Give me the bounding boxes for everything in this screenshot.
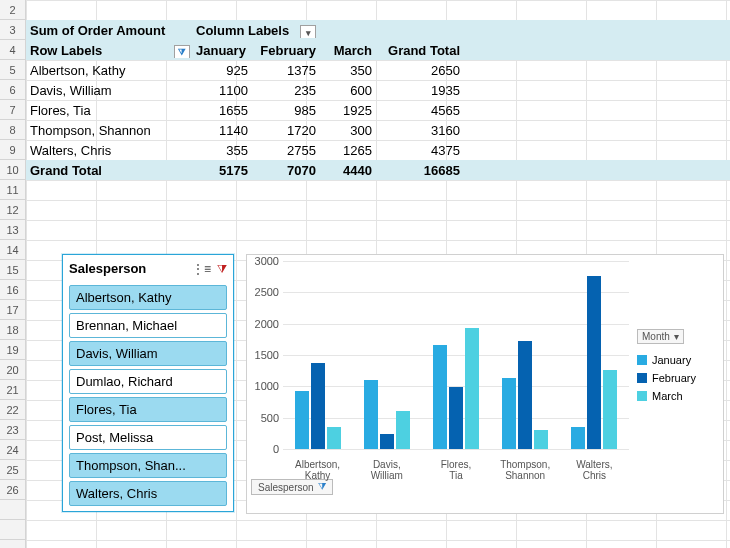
- bar[interactable]: [587, 276, 601, 449]
- slicer-item[interactable]: Walters, Chris: [69, 481, 227, 506]
- row-header[interactable]: 10: [0, 160, 26, 180]
- row-labels-text: Row Labels: [30, 43, 102, 58]
- cell-mar[interactable]: 350: [320, 63, 376, 78]
- row-header[interactable]: 24: [0, 440, 26, 460]
- legend-field-button-month[interactable]: Month ▾: [637, 329, 684, 344]
- cell-gt[interactable]: 3160: [376, 123, 464, 138]
- column-labels-text: Column Labels: [196, 23, 289, 38]
- row-header[interactable]: 8: [0, 120, 26, 140]
- row-header[interactable]: 3: [0, 20, 26, 40]
- cell-mar[interactable]: 1265: [320, 143, 376, 158]
- bar-group: [428, 328, 484, 449]
- row-header[interactable]: 7: [0, 100, 26, 120]
- cell-gt[interactable]: 1935: [376, 83, 464, 98]
- cell-mar[interactable]: 600: [320, 83, 376, 98]
- cell-gt[interactable]: 4375: [376, 143, 464, 158]
- funnel-icon: ⧩: [318, 481, 326, 493]
- row-header[interactable]: 9: [0, 140, 26, 160]
- row-header[interactable]: 16: [0, 280, 26, 300]
- cell-gt[interactable]: 4565: [376, 103, 464, 118]
- bar-group: [566, 276, 622, 449]
- row-header[interactable]: 12: [0, 200, 26, 220]
- row-header[interactable]: 2: [0, 0, 26, 20]
- col-header-march[interactable]: March: [320, 43, 376, 58]
- slicer-item[interactable]: Post, Melissa: [69, 425, 227, 450]
- bar[interactable]: [571, 427, 585, 449]
- col-header-grand-total[interactable]: Grand Total: [376, 43, 464, 58]
- bar[interactable]: [364, 380, 378, 449]
- row-header[interactable]: 5: [0, 60, 26, 80]
- row-labels-filter-icon[interactable]: ⧩: [174, 45, 190, 58]
- cell-jan[interactable]: 355: [192, 143, 252, 158]
- row-header[interactable]: 20: [0, 360, 26, 380]
- bar[interactable]: [380, 434, 394, 449]
- slicer-item[interactable]: Dumlao, Richard: [69, 369, 227, 394]
- slicer-salesperson[interactable]: Salesperson ⋮≡ ⧩ Albertson, KathyBrennan…: [62, 254, 234, 512]
- col-header-january[interactable]: January: [192, 43, 252, 58]
- bar[interactable]: [396, 411, 410, 449]
- col-header-february[interactable]: February: [252, 43, 320, 58]
- y-tick-label: 2000: [249, 318, 279, 330]
- row-header[interactable]: 13: [0, 220, 26, 240]
- row-header[interactable]: 19: [0, 340, 26, 360]
- grand-total-label: Grand Total: [26, 163, 192, 178]
- cell-mar[interactable]: 1925: [320, 103, 376, 118]
- row-header[interactable]: 23: [0, 420, 26, 440]
- y-tick-label: 1000: [249, 380, 279, 392]
- slicer-multiselect-icon[interactable]: ⋮≡: [192, 262, 211, 276]
- column-labels-dropdown-icon[interactable]: ▾: [300, 25, 316, 38]
- row-name[interactable]: Thompson, Shannon: [26, 123, 192, 138]
- cell-jan[interactable]: 1140: [192, 123, 252, 138]
- bar[interactable]: [449, 387, 463, 449]
- row-labels-header[interactable]: Row Labels ⧩: [26, 43, 192, 58]
- y-tick-label: 1500: [249, 349, 279, 361]
- slicer-title: Salesperson: [69, 261, 146, 276]
- row-header[interactable]: 21: [0, 380, 26, 400]
- cell-jan[interactable]: 925: [192, 63, 252, 78]
- slicer-item[interactable]: Thompson, Shan...: [69, 453, 227, 478]
- bar[interactable]: [603, 370, 617, 449]
- row-header[interactable]: 6: [0, 80, 26, 100]
- cell-mar[interactable]: 300: [320, 123, 376, 138]
- swatch-february: [637, 373, 647, 383]
- bar[interactable]: [311, 363, 325, 449]
- bar[interactable]: [502, 378, 516, 449]
- bar[interactable]: [534, 430, 548, 449]
- cell-feb[interactable]: 985: [252, 103, 320, 118]
- grand-total-row: Grand Total 5175 7070 4440 16685: [26, 160, 730, 180]
- bar[interactable]: [327, 427, 341, 449]
- row-header[interactable]: 26: [0, 480, 26, 500]
- cell-feb[interactable]: 2755: [252, 143, 320, 158]
- slicer-item[interactable]: Davis, William: [69, 341, 227, 366]
- cell-feb[interactable]: 235: [252, 83, 320, 98]
- row-header[interactable]: 17: [0, 300, 26, 320]
- slicer-item[interactable]: Flores, Tia: [69, 397, 227, 422]
- row-name[interactable]: Walters, Chris: [26, 143, 192, 158]
- bar[interactable]: [518, 341, 532, 449]
- row-name[interactable]: Davis, William: [26, 83, 192, 98]
- cell-jan[interactable]: 1100: [192, 83, 252, 98]
- row-header[interactable]: 15: [0, 260, 26, 280]
- row-header[interactable]: 22: [0, 400, 26, 420]
- row-name[interactable]: Albertson, Kathy: [26, 63, 192, 78]
- column-labels-header[interactable]: Column Labels ▾: [192, 23, 318, 38]
- slicer-item[interactable]: Brennan, Michael: [69, 313, 227, 338]
- cell-jan[interactable]: 1655: [192, 103, 252, 118]
- cell-gt[interactable]: 2650: [376, 63, 464, 78]
- bar[interactable]: [465, 328, 479, 449]
- bar[interactable]: [295, 391, 309, 449]
- row-header[interactable]: 14: [0, 240, 26, 260]
- row-name[interactable]: Flores, Tia: [26, 103, 192, 118]
- row-header[interactable]: 18: [0, 320, 26, 340]
- bar[interactable]: [433, 345, 447, 449]
- slicer-clear-filter-icon[interactable]: ⧩: [217, 262, 227, 276]
- cell-feb[interactable]: 1720: [252, 123, 320, 138]
- chart-plot-area: 050010001500200025003000Albertson,KathyD…: [251, 261, 629, 469]
- row-header[interactable]: 25: [0, 460, 26, 480]
- row-header[interactable]: 11: [0, 180, 26, 200]
- cell-feb[interactable]: 1375: [252, 63, 320, 78]
- slicer-item[interactable]: Albertson, Kathy: [69, 285, 227, 310]
- row-header[interactable]: 4: [0, 40, 26, 60]
- axis-field-button-salesperson[interactable]: Salesperson ⧩: [251, 479, 333, 495]
- pivot-chart[interactable]: 050010001500200025003000Albertson,KathyD…: [246, 254, 724, 514]
